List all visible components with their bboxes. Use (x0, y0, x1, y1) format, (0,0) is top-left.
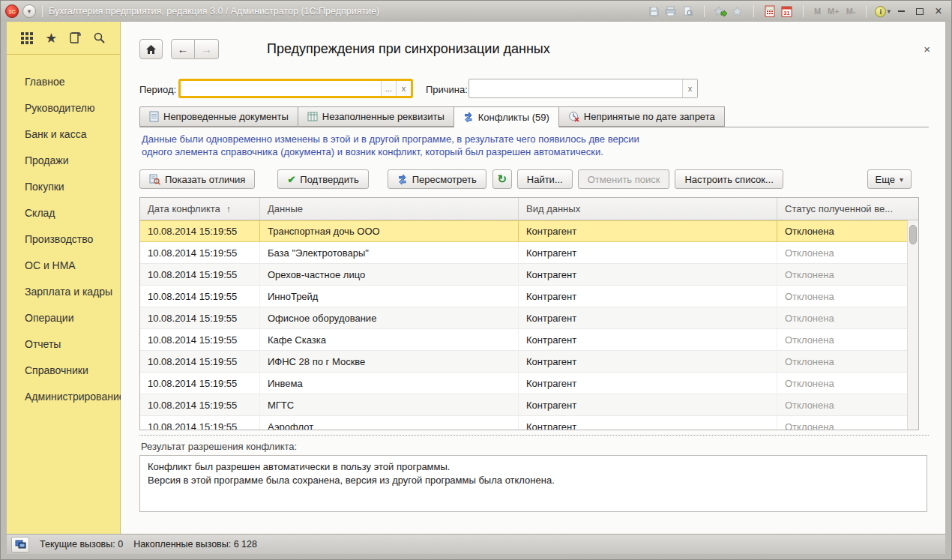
home-button[interactable] (139, 39, 163, 59)
close-window-button[interactable]: × (930, 4, 947, 19)
print-preview-icon (681, 4, 696, 19)
cell-date: 10.08.2014 15:19:55 (140, 329, 260, 350)
tab-strip: Непроведенные документы Незаполненные ре… (139, 106, 725, 127)
calendar-icon[interactable]: 31 (780, 4, 795, 19)
info-menu-button[interactable]: i ▾ (875, 4, 891, 19)
cell-kind: Контрагент (519, 394, 777, 415)
review-button[interactable]: Пересмотреть (388, 169, 486, 189)
add-to-favorites-icon[interactable] (713, 4, 728, 19)
reason-label: Причина: (426, 84, 468, 95)
vertical-scrollbar[interactable] (907, 220, 918, 430)
sidebar-item-rukovoditelyu[interactable]: Руководителю (7, 94, 120, 121)
sidebar-item-zarplata-i-kadry[interactable]: Зарплата и кадры (7, 278, 120, 304)
close-form-button[interactable]: × (924, 43, 930, 55)
configure-list-button[interactable]: Настроить список... (675, 169, 783, 189)
cell-data: ИФНС 28 по г Москве (260, 351, 519, 372)
maximize-button[interactable] (912, 4, 928, 19)
app-logo-1c-icon: 1С (5, 4, 19, 18)
find-button[interactable]: Найти... (517, 169, 573, 189)
period-input[interactable] (181, 81, 381, 96)
sections-sidebar: ★ Главное Руководителю Банк и касса Прод… (7, 22, 121, 534)
sidebar-item-prodazhi[interactable]: Продажи (7, 147, 120, 173)
tab-label: Непринятые по дате запрета (584, 111, 715, 122)
separator (704, 5, 705, 17)
conflict-description: Данные были одновременно изменены в этой… (142, 133, 639, 158)
sidebar-item-spravochniki[interactable]: Справочники (7, 357, 120, 383)
tab-unfilled[interactable]: Незаполненные реквизиты (298, 106, 454, 127)
diff-icon (149, 174, 160, 185)
cell-data: Орехов-частное лицо (260, 264, 519, 285)
favorites-icon[interactable] (730, 4, 745, 19)
menu-grid-icon[interactable] (19, 30, 35, 46)
table-row[interactable]: 10.08.2014 15:19:55 ИФНС 28 по г Москве … (140, 351, 918, 373)
sidebar-item-bank-i-kassa[interactable]: Банк и касса (7, 121, 120, 147)
cell-kind: Контрагент (519, 373, 777, 394)
server-calls-icon[interactable] (11, 537, 29, 553)
sidebar-toolbar: ★ (7, 22, 120, 55)
table-row-partial[interactable]: 10.08.2014 15:19:55 Аэрофлот Контрагент … (140, 416, 918, 430)
splitter[interactable] (139, 435, 929, 436)
cell-data: Кафе Сказка (260, 329, 519, 350)
reason-input[interactable] (469, 79, 682, 97)
sidebar-item-operatsii[interactable]: Операции (7, 304, 120, 331)
sidebar-item-administrirovanie[interactable]: Администрирование (7, 383, 120, 409)
scrollbar-thumb[interactable] (909, 225, 917, 244)
table-row[interactable]: 10.08.2014 15:19:55 МГТС Контрагент Откл… (140, 394, 918, 416)
table-row[interactable]: 10.08.2014 15:19:55 Инвема Контрагент От… (140, 373, 918, 394)
tab-nepostedocs[interactable]: Непроведенные документы (139, 106, 298, 127)
sidebar-item-os-i-nma[interactable]: ОС и НМА (7, 252, 120, 278)
conflict-description-line2: одного элемента справочника (документа) … (142, 145, 639, 158)
button-label: Еще (876, 174, 895, 185)
cell-date: 10.08.2014 15:19:55 (140, 373, 260, 394)
confirm-button[interactable]: ✔ Подтвердить (277, 169, 368, 189)
table-row[interactable]: 10.08.2014 15:19:55 Орехов-частное лицо … (140, 264, 918, 286)
sidebar-item-otchety[interactable]: Отчеты (7, 331, 120, 357)
tab-conflicts[interactable]: Конфликты (59) (454, 106, 559, 127)
tab-rejected-by-date[interactable]: Непринятые по дате запрета (559, 106, 725, 127)
column-header-data[interactable]: Данные (260, 198, 519, 220)
search-icon[interactable] (91, 30, 108, 46)
minimize-icon (898, 10, 905, 12)
window-title: Бухгалтерия предприятия, редакция 3.0 / … (49, 6, 379, 16)
sidebar-item-pokupki[interactable]: Покупки (7, 173, 120, 199)
sidebar-item-glavnoe[interactable]: Главное (7, 68, 120, 94)
separator (866, 5, 867, 17)
cell-data: База "Электротовары" (260, 242, 519, 263)
conflict-description-line1: Данные были одновременно изменены в этой… (142, 133, 639, 145)
sidebar-item-sklad[interactable]: Склад (7, 199, 120, 226)
calculator-icon[interactable] (762, 4, 777, 19)
form-area: ← → Предупреждения при синхронизации дан… (121, 22, 945, 534)
history-icon[interactable] (67, 30, 84, 46)
sidebar-item-proizvodstvo[interactable]: Производство (7, 226, 120, 252)
column-header-date[interactable]: Дата конфликта ↑ (140, 198, 260, 220)
show-differences-button[interactable]: Показать отличия (139, 169, 255, 189)
tab-label: Конфликты (59) (478, 112, 549, 123)
table-header: Дата конфликта ↑ Данные Вид данных Стату… (140, 198, 918, 220)
more-button[interactable]: Еще ▾ (867, 169, 912, 189)
tab-label: Непроведенные документы (163, 111, 289, 122)
table-row[interactable]: 10.08.2014 15:19:55 Кафе Сказка Контраге… (140, 329, 918, 351)
table-row[interactable]: 10.08.2014 15:19:55 ИнноТрейд Контрагент… (140, 286, 918, 307)
period-choose-button[interactable]: ... (381, 81, 396, 96)
cell-kind: Контрагент (519, 264, 777, 285)
minimize-button[interactable] (893, 4, 909, 19)
system-menu-button[interactable]: ▾ (22, 4, 36, 18)
favorites-star-icon[interactable]: ★ (43, 30, 59, 46)
period-field: ... x (178, 79, 413, 98)
table-row[interactable]: 10.08.2014 15:19:55 Офисное оборудование… (140, 307, 918, 329)
period-label: Период: (139, 84, 176, 95)
application-window: 1С ▾ Бухгалтерия предприятия, редакция 3… (0, 0, 952, 560)
column-header-kind[interactable]: Вид данных (519, 198, 777, 220)
refresh-button[interactable]: ↻ (492, 169, 512, 189)
clock-blocked-icon (568, 111, 579, 122)
result-text-box: Конфликт был разрешен автоматически в по… (139, 455, 927, 512)
table-row-selected[interactable]: 10.08.2014 15:19:55 Транспортная дочь ОО… (140, 220, 918, 242)
reason-clear-button[interactable]: x (682, 79, 697, 97)
table-row[interactable]: 10.08.2014 15:19:55 База "Электротовары"… (140, 242, 918, 264)
column-header-status[interactable]: Статус полученной ве... (777, 198, 909, 220)
document-icon (149, 111, 159, 122)
period-clear-button[interactable]: x (396, 81, 411, 96)
cell-date: 10.08.2014 15:19:55 (140, 264, 260, 285)
back-button[interactable]: ← (171, 39, 195, 59)
cell-status: Отклонена (777, 242, 909, 263)
